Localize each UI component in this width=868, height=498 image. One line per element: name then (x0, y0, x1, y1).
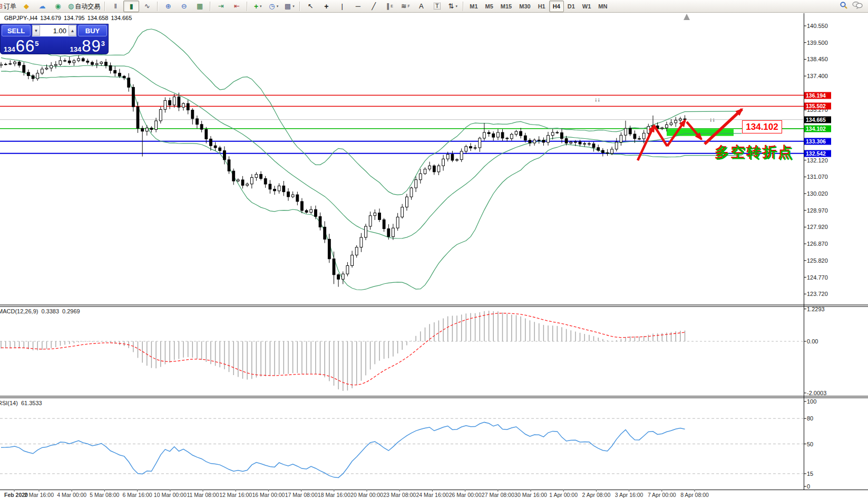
date-axis-label: 20 Mar 00:00 (350, 492, 383, 498)
date-axis-label: 5 Mar 08:00 (90, 492, 119, 498)
volume-increase-button[interactable]: ▲ (69, 25, 76, 36)
rsi-axis-label: 0 (807, 483, 810, 490)
price-callout-box[interactable]: 134.102 (742, 120, 782, 133)
rsi-value: 61.3533 (21, 400, 42, 406)
level-price-label: 132.542 (804, 150, 831, 157)
rsi-axis-label: 100 (807, 398, 816, 405)
buy-price-prefix: 134 (70, 45, 82, 53)
date-axis-label: 7 Apr 00:00 (648, 492, 676, 498)
date-axis-label: 1 Apr 00:00 (549, 492, 578, 498)
date-axis-label: 24 Mar 16:00 (416, 492, 448, 498)
level-price-label: 133.306 (804, 138, 831, 145)
date-axis-label: 2 Mar 16:00 (24, 492, 54, 498)
chart-canvas[interactable]: ↓↓↓↓ (0, 0, 868, 498)
symbol-period-label: GBPJPY-,H4 (4, 15, 37, 21)
turning-point-annotation: 多空转折点 (716, 143, 795, 162)
quote-low: 134.658 (87, 15, 109, 21)
quote-close: 134.665 (111, 15, 132, 21)
buy-price-big: 89 (82, 37, 101, 56)
quote-high: 134.795 (64, 15, 85, 21)
date-axis-label: 12 Mar 16:00 (219, 492, 252, 498)
price-tick-label: 125.820 (807, 257, 828, 264)
sell-price-pip: 5 (35, 40, 38, 47)
rsi-line (1, 422, 685, 477)
macd-value-main: 0.3383 (41, 308, 59, 314)
price-tick-label: 139.500 (807, 40, 828, 46)
level-price-label: 134.665 (804, 116, 831, 123)
price-tick-label: 124.770 (807, 274, 828, 281)
date-axis-label: 3 Apr 16:00 (615, 492, 643, 498)
rsi-label: RSI(14) (0, 400, 18, 406)
date-axis-label: 30 Mar 16:00 (514, 492, 547, 498)
trade-panel-prices: 134 66 5 134 89 3 (1, 37, 108, 54)
bollinger-bands (1, 29, 742, 290)
level-price-label: 135.502 (804, 103, 831, 110)
rsi-readout: RSI(14)61.3533 (0, 400, 45, 406)
sell-button[interactable]: SELL (2, 25, 31, 36)
candles-layer (0, 55, 686, 287)
date-axis-label: 23 Mar 08:00 (383, 492, 416, 498)
rsi-axis-label: 50 (807, 441, 813, 447)
sell-price[interactable]: 134 66 5 (1, 37, 42, 54)
date-axis-label: 27 Mar 08:00 (482, 492, 514, 498)
volume-control: ▼ ▲ (32, 24, 77, 37)
sell-price-big: 66 (16, 37, 35, 56)
macd-axis-label: 1.2293 (807, 306, 825, 312)
price-tick-label: 140.550 (807, 23, 828, 29)
price-tick-label: 137.400 (807, 73, 828, 79)
date-axis-label: 6 Mar 16:00 (123, 492, 152, 498)
buy-price-pip: 3 (101, 40, 105, 47)
date-axis-label: 17 Mar 08:00 (285, 492, 318, 498)
rsi-axis-label: 80 (807, 415, 813, 422)
macd-value-signal: 0.2969 (62, 308, 80, 314)
sell-price-prefix: 134 (4, 45, 15, 53)
macd-axis-label: -2.0003 (807, 390, 826, 396)
date-axis-label: 2 Apr 08:00 (582, 492, 611, 498)
down-arrows-mark: ↓↓ (709, 116, 715, 122)
rsi-pane (0, 401, 806, 486)
down-arrows-mark: ↓↓ (594, 96, 600, 102)
volume-decrease-button[interactable]: ▼ (32, 25, 40, 36)
volume-input[interactable] (40, 25, 69, 36)
buy-button[interactable]: BUY (78, 25, 107, 36)
macd-axis-label: 0.00 (807, 338, 818, 344)
date-axis-label: 4 Mar 00:00 (57, 492, 86, 498)
quote-open: 134.679 (40, 15, 61, 21)
price-tick-label: 131.070 (807, 174, 828, 180)
price-tick-label: 128.970 (807, 207, 828, 214)
bollinger-middle-band (1, 58, 742, 238)
price-tick-label: 138.450 (807, 56, 828, 62)
bollinger-lower-band (1, 71, 742, 290)
date-axis-label: 10 Mar 00:00 (154, 492, 187, 498)
bollinger-upper-band (1, 29, 742, 195)
date-axis-label: 26 Mar 00:00 (449, 492, 482, 498)
macd-label: MACD(12,26,9) (0, 308, 38, 314)
price-tick-label: 132.120 (807, 157, 828, 164)
price-tick-label: 127.920 (807, 224, 828, 230)
buy-price[interactable]: 134 89 3 (67, 37, 108, 54)
level-price-label: 136.194 (804, 92, 831, 99)
macd-pane (0, 309, 806, 393)
date-axis-label: 16 Mar 00:00 (252, 492, 285, 498)
date-axis-label: 8 Apr 08:00 (680, 492, 709, 498)
quote-line: GBPJPY-,H4134.679134.795134.658134.665 (4, 15, 134, 21)
date-axis-label: 18 Mar 16:00 (318, 492, 350, 498)
date-axis-label: 11 Mar 08:00 (187, 492, 219, 498)
terminal-window: ⊞订单◆☁◉◍自动交易ǁ▮∿⊕⊖▦⇥⇤+▾◷▾▩▾↖+|─╱∥E≋FAT⇅▾M1… (0, 0, 868, 498)
trade-panel-controls: SELL ▼ ▲ BUY (1, 24, 108, 37)
level-price-label: 134.102 (804, 125, 831, 132)
one-click-trading-panel: SELL ▼ ▲ BUY 134 66 5 134 89 3 (0, 24, 109, 54)
price-tick-label: 130.020 (807, 190, 828, 197)
rsi-axis-label: 15 (807, 471, 813, 477)
price-tick-label: 126.870 (807, 241, 828, 247)
macd-readout: MACD(12,26,9)0.33830.2969 (0, 308, 83, 314)
price-tick-label: 123.720 (807, 291, 828, 297)
chart-shift-marker (684, 14, 690, 20)
